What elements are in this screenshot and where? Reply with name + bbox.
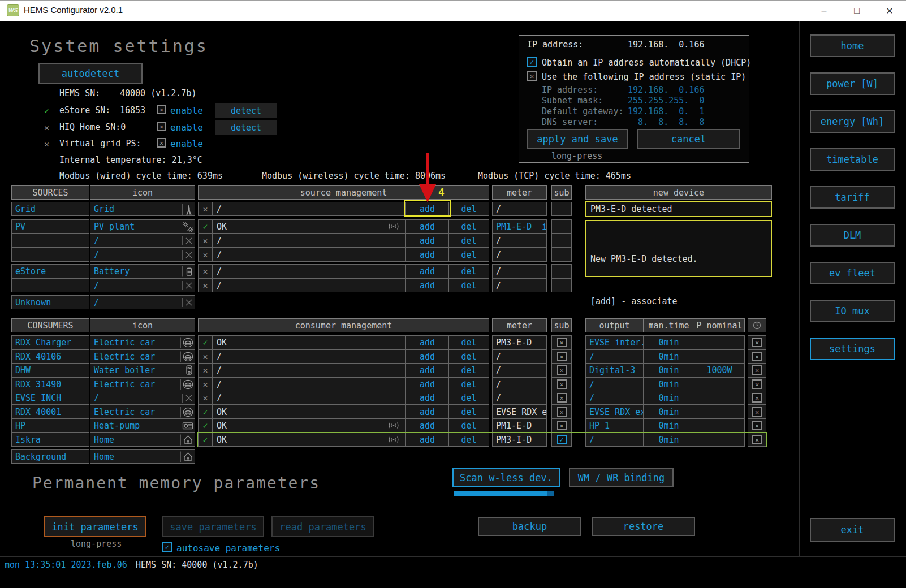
consumer-icon-cell[interactable]: Heat-pump [90,418,195,433]
sidebar-item-ev-fleet[interactable]: ev fleet [810,262,895,284]
ip-field-value: 192.168. 0. 1 [628,106,704,116]
close-button[interactable]: ✕ [874,0,905,21]
statusbar-datetime: mon 13:35:01 2023.feb.06 [5,560,127,570]
consumer-icon-cell[interactable]: Electric car [90,405,195,419]
timer-clear-checkbox[interactable] [752,407,762,417]
sidebar-item-tariff[interactable]: tariff [810,186,895,209]
consumer-icon-cell[interactable]: / [90,391,195,405]
output-cell: Digital-3 [585,363,644,377]
static-ip-checkbox[interactable] [527,71,537,81]
sub-cell [551,248,572,262]
autodetect-button[interactable]: autodetect [38,63,143,84]
add-button[interactable]: add [405,278,449,292]
consumer-icon-cell[interactable]: Electric car [90,377,195,391]
save-parameters-button[interactable]: save parameters [162,516,264,537]
sidebar-item-io-mux[interactable]: IO mux [810,300,895,322]
del-button[interactable]: del [448,278,489,292]
add-button[interactable]: add [405,433,449,447]
source-icon-cell[interactable]: / [90,295,195,309]
hems-sn-label: HEMS SN: [59,88,100,98]
wm-wr-binding-button[interactable]: WM / WR binding [569,468,674,487]
consumer-icon-cell[interactable]: Electric car [90,349,195,364]
consumer-icon-cell[interactable]: Water boiler [90,363,195,377]
add-button[interactable]: add [405,349,449,364]
dhcp-checkbox[interactable] [527,57,537,67]
sidebar-item-settings[interactable]: settings [810,338,895,360]
timer-clear-checkbox[interactable] [752,379,762,389]
enable-checkbox[interactable] [157,138,166,148]
source-icon-cell[interactable]: PV plant [90,219,195,234]
source-icon-cell[interactable]: / [90,278,195,292]
detect-button[interactable]: detect [215,120,277,135]
car-icon [183,379,193,390]
apply-and-save-button[interactable]: apply and save [527,129,628,149]
sidebar-item-home[interactable]: home [810,34,895,57]
enable-checkbox[interactable] [157,122,166,131]
sub-checkbox[interactable] [557,421,567,430]
init-parameters-button[interactable]: init parameters [44,516,146,537]
consumer-icon-cell[interactable]: Electric car [90,335,195,349]
enable-checkbox[interactable] [157,105,166,114]
status-fail-icon: ✕ [202,266,208,276]
timer-clear-checkbox[interactable] [752,352,762,361]
timer-clear-checkbox[interactable] [752,435,762,444]
autosave-checkbox[interactable] [162,542,172,552]
add-button[interactable]: add [405,202,449,216]
del-button[interactable]: del [448,405,489,419]
backup-button[interactable]: backup [478,517,581,536]
timer-clear-checkbox[interactable] [752,338,762,347]
add-button[interactable]: add [405,391,449,405]
add-button[interactable]: add [405,418,449,433]
del-button[interactable]: del [448,433,489,447]
add-button[interactable]: add [405,405,449,419]
consumer-icon-cell[interactable]: Home [90,449,195,464]
source-icon-cell[interactable]: Battery [90,264,195,278]
timer-clear-checkbox[interactable] [752,365,762,375]
add-button[interactable]: add [405,335,449,349]
cancel-button[interactable]: cancel [637,129,740,149]
maximize-button[interactable]: □ [842,0,872,21]
source-icon-cell[interactable]: Grid [90,202,195,216]
sub-checkbox[interactable] [557,338,567,347]
add-button[interactable]: add [405,248,449,262]
new-device-header: new device [585,185,772,200]
del-button[interactable]: del [448,391,489,405]
add-button[interactable]: add [405,363,449,377]
del-button[interactable]: del [448,377,489,391]
sub-checkbox[interactable] [557,407,567,417]
del-button[interactable]: del [448,363,489,377]
del-button[interactable]: del [448,349,489,364]
sub-checkbox[interactable] [557,365,567,375]
del-button[interactable]: del [448,219,489,234]
sub-checkbox[interactable] [557,379,567,389]
sidebar-item-dlm[interactable]: DLM [810,224,895,247]
source-icon-cell[interactable]: / [90,248,195,262]
del-button[interactable]: del [448,202,489,216]
add-button[interactable]: add [405,219,449,234]
minimize-button[interactable]: – [809,0,839,21]
restore-button[interactable]: restore [592,517,695,536]
timer-clear-checkbox[interactable] [752,421,762,430]
sidebar-item-timetable[interactable]: timetable [810,148,895,171]
add-button[interactable]: add [405,264,449,278]
del-button[interactable]: del [448,335,489,349]
del-button[interactable]: del [448,248,489,262]
sidebar-item-energy[interactable]: energy [Wh] [810,110,895,133]
consumer-icon-cell[interactable]: Home [90,433,195,447]
sub-checkbox[interactable] [557,435,567,444]
sub-checkbox[interactable] [557,393,567,403]
detect-button[interactable]: detect [215,103,277,118]
del-button[interactable]: del [448,234,489,248]
add-button[interactable]: add [405,234,449,248]
read-parameters-button[interactable]: read parameters [271,516,374,537]
sources-icon-header: icon [90,185,195,200]
del-button[interactable]: del [448,264,489,278]
source-icon-cell[interactable]: / [90,234,195,248]
sidebar-item-power[interactable]: power [W] [810,72,895,95]
timer-clear-checkbox[interactable] [752,393,762,403]
del-button[interactable]: del [448,418,489,433]
add-button[interactable]: add [405,377,449,391]
sub-checkbox[interactable] [557,352,567,361]
sidebar-item-exit[interactable]: exit [810,518,895,542]
scan-wireless-button[interactable]: Scan w-less dev. [452,468,560,487]
